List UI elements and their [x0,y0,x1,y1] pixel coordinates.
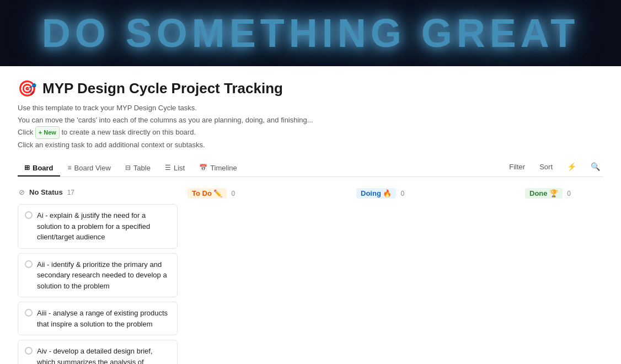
board-area: ⊘ No Status 17 Ai - explain & justify th… [18,177,603,364]
card-aiii[interactable]: Aiii - analyse a range of existing produ… [18,302,178,335]
tab-table[interactable]: ⊟ Table [119,160,157,176]
board-view-icon: ≡ [68,164,72,172]
desc3-pre: Click [18,128,35,136]
column-todo: To Do ✏️ 0 [186,186,346,364]
timeline-icon: 📅 [199,164,207,172]
no-status-label: No Status [29,188,63,196]
card-ai-icon [25,211,33,219]
tab-timeline[interactable]: 📅 Timeline [192,160,244,176]
page-content: 🎯 MYP Design Cycle Project Tracking Use … [0,66,621,364]
hero-text: DO SOMETHING GREAT [42,10,580,56]
tabs-left: ⊞ Board ≡ Board View ⊟ Table ☰ List 📅 Ti… [18,160,244,176]
page-emoji: 🎯 [18,79,37,98]
card-aiii-icon [25,309,33,317]
board-icon: ⊞ [24,164,30,172]
hero-banner: DO SOMETHING GREAT [0,0,621,66]
desc-line-2: You can move the 'cards' into each of th… [18,114,603,126]
page-description: Use this template to track your MYP Desi… [18,102,603,151]
done-label: Done 🏆 [525,188,563,199]
desc-line-1: Use this template to track your MYP Desi… [18,102,603,114]
card-aiv-icon [25,347,33,355]
no-status-count: 17 [67,189,74,196]
todo-label: To Do ✏️ [188,188,227,199]
column-done-header: Done 🏆 0 [524,186,603,201]
column-doing: Doing 🔥 0 [355,186,515,364]
desc3-post: to create a new task directly on this bo… [60,128,196,136]
column-no-status-header: ⊘ No Status 17 [18,186,178,199]
tab-list[interactable]: ☰ List [158,160,191,176]
column-no-status: ⊘ No Status 17 Ai - explain & justify th… [18,186,178,364]
list-icon: ☰ [165,164,171,172]
column-todo-header: To Do ✏️ 0 [186,186,346,201]
card-ai[interactable]: Ai - explain & justify the need for a so… [18,204,178,249]
new-badge[interactable]: + New [35,126,60,139]
tab-table-label: Table [133,164,151,172]
card-aiv[interactable]: Aiv - develop a detailed design brief, w… [18,340,178,364]
card-aii[interactable]: Aii - identify & prioritize the primary … [18,253,178,298]
search-button[interactable]: 🔍 [587,160,603,173]
card-aii-text: Aii - identify & prioritize the primary … [37,259,170,292]
column-done: Done 🏆 0 [524,186,603,364]
tab-board[interactable]: ⊞ Board [18,160,60,176]
card-aiii-text: Aiii - analyse a range of existing produ… [37,308,170,329]
tab-board-view[interactable]: ≡ Board View [61,160,117,176]
table-icon: ⊟ [125,164,131,172]
desc-line-3: Click + New to create a new task directl… [18,126,603,139]
page-title: MYP Design Cycle Project Tracking [42,80,283,97]
tab-timeline-label: Timeline [210,164,237,172]
search-icon: 🔍 [591,162,600,171]
tab-board-label: Board [33,164,53,172]
card-ai-text: Ai - explain & justify the need for a so… [37,210,170,243]
desc-line-4: Click an existing task to add additional… [18,139,603,151]
todo-text: To Do ✏️ [192,189,222,197]
automation-button[interactable]: ⚡ [564,160,580,173]
tab-list-label: List [174,164,185,172]
done-text: Done 🏆 [529,189,558,197]
card-aii-icon [25,260,33,268]
filter-button[interactable]: Filter [506,160,528,173]
title-row: 🎯 MYP Design Cycle Project Tracking [18,79,603,98]
doing-count: 0 [400,190,404,197]
toolbar: Filter Sort ⚡ 🔍 [506,160,603,176]
no-status-icon: ⊘ [19,188,25,196]
tab-board-view-label: Board View [74,164,111,172]
todo-count: 0 [231,190,235,197]
filter-label: Filter [509,163,525,171]
column-doing-header: Doing 🔥 0 [355,186,515,201]
sort-label: Sort [539,163,553,171]
tab-bar: ⊞ Board ≡ Board View ⊟ Table ☰ List 📅 Ti… [18,160,603,177]
automation-icon: ⚡ [567,162,576,171]
doing-text: Doing 🔥 [361,189,392,197]
doing-label: Doing 🔥 [356,188,396,199]
card-aiv-text: Aiv - develop a detailed design brief, w… [37,346,170,364]
sort-button[interactable]: Sort [536,160,556,173]
done-count: 0 [567,190,571,197]
